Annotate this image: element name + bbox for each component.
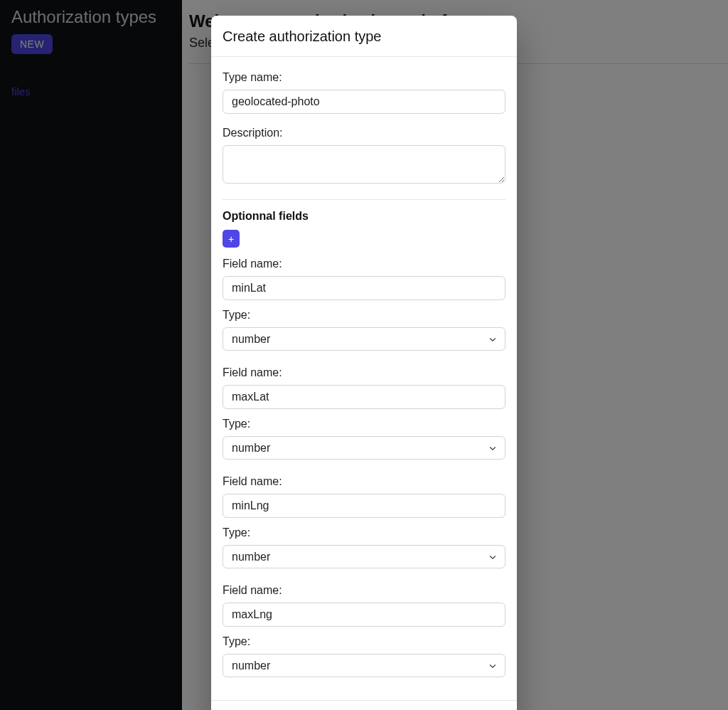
optional-field-block: Field name: Type: number xyxy=(223,584,505,677)
description-textarea[interactable] xyxy=(223,145,505,184)
field-type-select[interactable]: number xyxy=(223,545,505,568)
field-name-label: Field name: xyxy=(223,366,505,379)
field-type-label: Type: xyxy=(223,635,505,648)
field-type-label: Type: xyxy=(223,526,505,539)
field-type-select[interactable]: number xyxy=(223,654,505,677)
add-field-button[interactable]: + xyxy=(223,230,240,248)
optional-field-block: Field name: Type: number xyxy=(223,475,505,568)
field-type-label: Type: xyxy=(223,418,505,430)
create-authorization-modal: Create authorization type Type name: Des… xyxy=(211,16,517,710)
optional-fields-title: Optionnal fields xyxy=(223,210,505,223)
modal-header: Create authorization type xyxy=(211,16,517,57)
field-name-input[interactable] xyxy=(223,603,505,627)
modal-body: Type name: Description: Optionnal fields… xyxy=(211,57,517,700)
description-label: Description: xyxy=(223,127,505,139)
field-type-select[interactable]: number xyxy=(223,327,505,351)
field-name-input[interactable] xyxy=(223,276,505,300)
type-name-label: Type name: xyxy=(223,71,505,84)
modal-backdrop[interactable]: Create authorization type Type name: Des… xyxy=(0,0,728,710)
section-divider xyxy=(223,199,505,200)
optional-field-block: Field name: Type: number xyxy=(223,258,505,351)
field-name-label: Field name: xyxy=(223,258,505,270)
field-type-label: Type: xyxy=(223,309,505,322)
modal-footer: Close Save changes xyxy=(211,700,517,710)
modal-title: Create authorization type xyxy=(223,28,505,45)
field-name-input[interactable] xyxy=(223,385,505,409)
plus-icon: + xyxy=(228,234,234,244)
optional-field-block: Field name: Type: number xyxy=(223,366,505,460)
type-name-input[interactable] xyxy=(223,90,505,114)
field-name-label: Field name: xyxy=(223,584,505,597)
field-name-input[interactable] xyxy=(223,494,505,518)
field-type-select[interactable]: number xyxy=(223,436,505,460)
field-name-label: Field name: xyxy=(223,475,505,488)
